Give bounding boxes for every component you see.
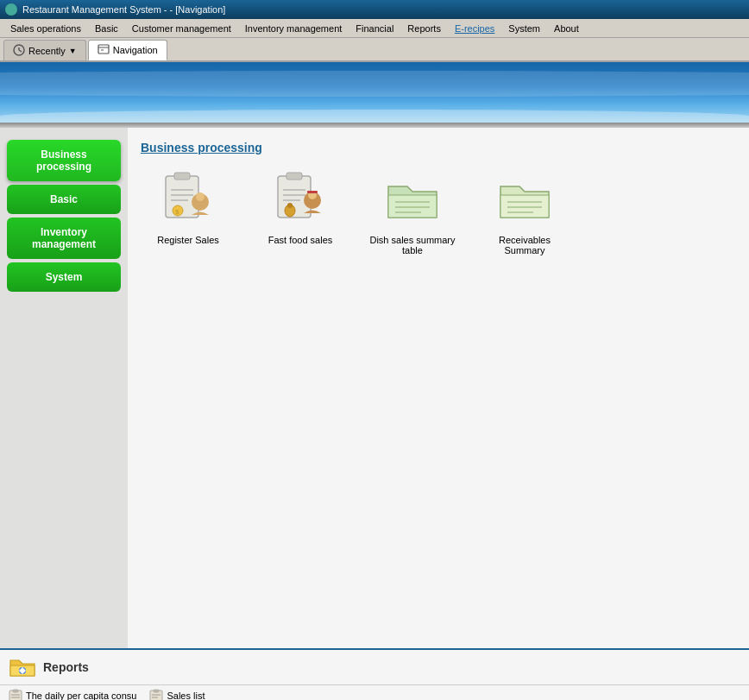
svg-rect-7 [174, 173, 190, 180]
menu-sales-operations[interactable]: Sales operations [3, 22, 88, 35]
fast-food-sales-icon [269, 167, 331, 230]
fast-food-sales-label: Fast food sales [268, 235, 333, 245]
icons-grid: $ Register Sales [141, 167, 736, 255]
svg-point-12 [196, 192, 205, 201]
menu-bar: Sales operations Basic Customer manageme… [0, 19, 749, 38]
report-daily-icon [9, 689, 22, 700]
sidebar: Business processing Basic Inventory mana… [0, 128, 128, 648]
report-daily-label: The daily per capita consu [26, 691, 136, 700]
nav-icon [98, 43, 110, 57]
menu-reports[interactable]: Reports [400, 22, 448, 35]
reports-links: The daily per capita consu Sales list [0, 685, 749, 700]
svg-line-2 [19, 50, 22, 52]
menu-about[interactable]: About [547, 22, 586, 35]
sidebar-btn-business-processing[interactable]: Business processing [7, 140, 121, 181]
reports-title: Reports [43, 660, 89, 674]
menu-customer-management[interactable]: Customer management [125, 22, 238, 35]
tab-recently-arrow: ▼ [69, 47, 77, 55]
tab-bar: Recently ▼ Navigation [0, 38, 749, 62]
dish-sales-summary-icon [381, 167, 444, 230]
tab-recently-label: Recently [28, 46, 66, 56]
reports-folder-icon [9, 653, 36, 681]
clock-icon [13, 44, 25, 58]
icon-register-sales[interactable]: $ Register Sales [141, 167, 236, 255]
section-title: Business processing [141, 141, 736, 155]
menu-financial[interactable]: Financial [349, 22, 400, 35]
sidebar-btn-basic[interactable]: Basic [7, 185, 121, 214]
svg-rect-38 [154, 690, 159, 692]
banner [0, 62, 749, 123]
menu-basic[interactable]: Basic [88, 22, 125, 35]
icon-fast-food-sales[interactable]: Fast food sales [253, 167, 348, 255]
title-bar: Restaurant Management System - - [Naviga… [0, 0, 749, 19]
menu-e-recipes[interactable]: E-recipes [448, 22, 501, 35]
report-link-daily[interactable]: The daily per capita consu [9, 689, 136, 700]
reports-header: Reports [0, 650, 749, 685]
report-sales-list-label: Sales list [167, 691, 205, 700]
register-sales-label: Register Sales [157, 235, 219, 245]
main-content: Business processing Basic Inventory mana… [0, 128, 749, 648]
dish-sales-summary-label: Dish sales summary table [365, 235, 460, 255]
receivables-summary-label: Receivables Summary [477, 235, 572, 255]
tab-recently[interactable]: Recently ▼ [3, 40, 86, 60]
icon-receivables-summary[interactable]: Receivables Summary [477, 167, 572, 255]
register-sales-icon: $ [157, 167, 219, 230]
content-area: Business processing [128, 128, 749, 648]
icon-dish-sales-summary[interactable]: Dish sales summary table [365, 167, 460, 255]
svg-point-24 [287, 203, 293, 208]
menu-system[interactable]: System [501, 22, 547, 35]
receivables-summary-icon [494, 167, 556, 230]
sidebar-btn-system[interactable]: System [7, 262, 121, 292]
svg-rect-34 [13, 690, 18, 692]
menu-inventory-management[interactable]: Inventory management [238, 22, 349, 35]
svg-rect-22 [307, 191, 318, 193]
tab-navigation[interactable]: Navigation [88, 40, 167, 60]
app-icon [5, 3, 17, 16]
svg-text:$: $ [175, 208, 179, 216]
report-sales-icon [149, 689, 163, 700]
report-link-sales-list[interactable]: Sales list [149, 689, 205, 700]
reports-area: Reports The daily per capita consu Sales… [0, 648, 749, 700]
svg-rect-3 [98, 45, 109, 54]
svg-rect-16 [286, 173, 302, 180]
sidebar-btn-inventory-management[interactable]: Inventory management [7, 218, 121, 259]
window-title: Restaurant Management System - - [Naviga… [22, 4, 225, 15]
tab-navigation-label: Navigation [113, 45, 158, 55]
